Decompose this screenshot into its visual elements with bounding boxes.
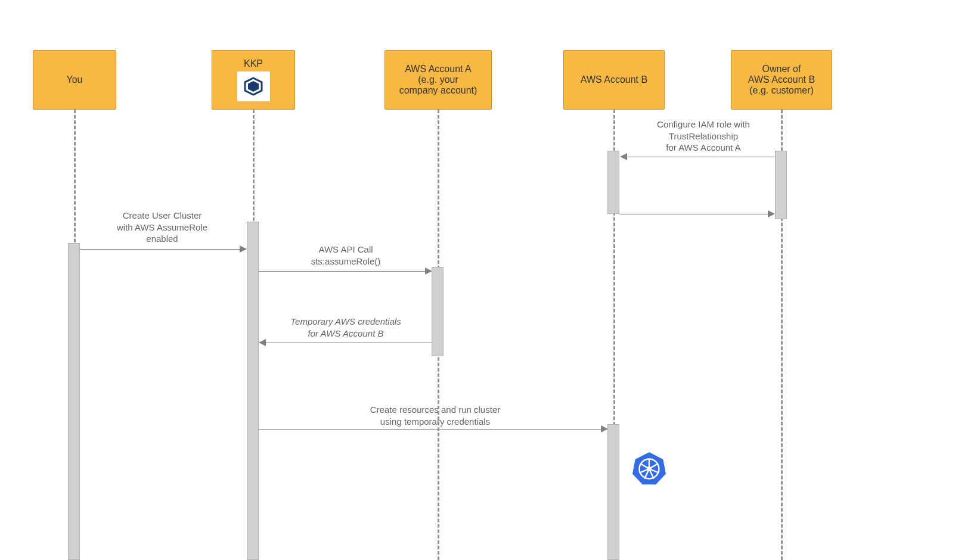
msg-text: sts:assumeRole()	[311, 256, 381, 266]
arrow-api-call	[259, 271, 426, 272]
participant-sublabel: (e.g. your	[418, 74, 458, 85]
participant-aws-a: AWS Account A (e.g. your company account…	[384, 50, 492, 110]
arrowhead-api-call	[425, 267, 432, 275]
msg-text: AWS API Call	[318, 244, 373, 254]
msg-text: for AWS Account A	[666, 142, 740, 153]
activation-awsa	[432, 267, 444, 356]
msg-api-call: AWS API Call sts:assumeRole()	[311, 244, 381, 267]
msg-text: for AWS Account B	[308, 328, 383, 338]
participant-kkp: KKP	[212, 50, 295, 110]
arrow-create-cluster	[80, 249, 241, 250]
activation-awsb-2	[607, 424, 619, 560]
kubernetes-icon	[631, 450, 668, 489]
arrowhead-temp-creds	[259, 339, 266, 346]
arrowhead-create-resources	[601, 425, 608, 433]
arrow-temp-creds	[266, 343, 432, 343]
msg-text: Create resources and run cluster	[370, 405, 500, 415]
svg-marker-1	[248, 81, 259, 92]
arrowhead-configure-iam	[620, 153, 627, 160]
participant-sublabel: company account)	[399, 85, 477, 96]
participant-label: AWS Account B	[581, 74, 647, 85]
activation-you	[68, 243, 80, 560]
svg-point-11	[647, 466, 652, 471]
participant-label: Owner of	[762, 64, 801, 74]
arrow-return-owner	[619, 214, 769, 214]
participant-sublabel: (e.g. customer)	[749, 85, 814, 96]
msg-temp-creds: Temporary AWS credentials for AWS Accoun…	[290, 316, 401, 339]
kkp-icon	[237, 71, 270, 101]
participant-label: You	[67, 74, 83, 85]
msg-configure-iam: Configure IAM role with TrustRelationshi…	[657, 119, 750, 154]
msg-text: with AWS AssumeRole	[117, 222, 207, 232]
activation-owner-1	[775, 151, 787, 219]
participant-you: You	[33, 50, 116, 110]
activation-kkp	[247, 222, 259, 560]
arrow-configure-iam	[627, 157, 775, 157]
activation-awsb-1	[607, 151, 619, 214]
participant-aws-b: AWS Account B	[563, 50, 665, 110]
msg-text: Create User Cluster	[123, 210, 202, 220]
msg-text: enabled	[146, 234, 178, 244]
msg-text: Configure IAM role with	[657, 119, 750, 129]
arrowhead-return-owner	[768, 210, 775, 217]
msg-text: Temporary AWS credentials	[290, 316, 401, 326]
participant-owner: Owner of AWS Account B (e.g. customer)	[731, 50, 832, 110]
msg-create-resources: Create resources and run cluster using t…	[370, 404, 500, 427]
arrowhead-create-cluster	[240, 245, 247, 253]
msg-create-cluster: Create User Cluster with AWS AssumeRole …	[117, 210, 207, 245]
participant-label: AWS Account B	[748, 74, 815, 85]
msg-text: TrustRelationship	[669, 131, 738, 141]
participant-label: KKP	[244, 58, 263, 69]
arrow-create-resources	[259, 429, 602, 430]
msg-text: using temporary credentials	[380, 416, 490, 427]
participant-label: AWS Account A	[405, 64, 471, 74]
